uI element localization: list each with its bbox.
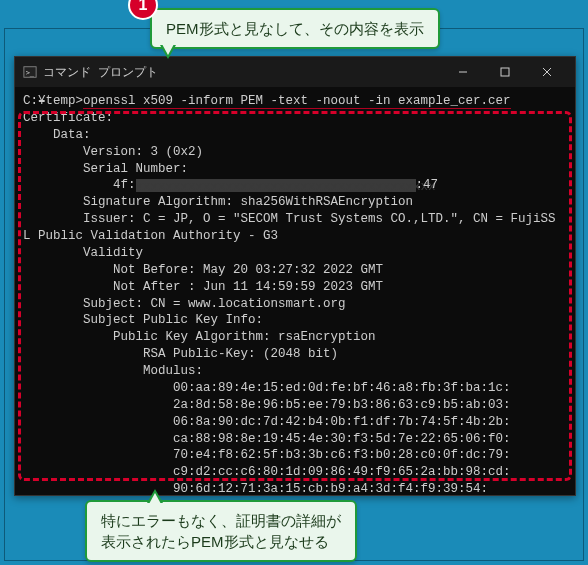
minimize-button[interactable] (443, 58, 483, 86)
callout-top-text: PEM形式と見なして、その内容を表示 (166, 20, 424, 37)
command-text: openssl x509 -inform PEM -text -noout -i… (83, 94, 511, 109)
output-line: Public Key Algorithm: rsaEncryption (23, 330, 376, 344)
close-button[interactable] (527, 58, 567, 86)
output-line: c9:d2:cc:c6:80:1d:09:86:49:f9:65:2a:bb:9… (23, 465, 511, 479)
callout-bottom-line2: 表示されたらPEM形式と見なせる (101, 531, 341, 552)
output-line: Validity (23, 246, 143, 260)
output-line: 06:8a:90:dc:7d:42:b4:0b:f1:df:7b:74:5f:4… (23, 415, 511, 429)
svg-text:>_: >_ (26, 69, 35, 77)
titlebar: >_ コマンド プロンプト (15, 57, 575, 87)
window-controls (443, 58, 567, 86)
output-line: Certificate: (23, 111, 113, 125)
window-title: コマンド プロンプト (43, 64, 158, 81)
redacted-serial: xxxxxxxxxxxxxxxxxxxxxxxxxxxxxxxxxxxxxxxx (136, 179, 416, 192)
output-line: Modulus: (23, 364, 203, 378)
output-line: 70:e4:f8:62:5f:b3:3b:c6:f3:b0:28:c0:0f:d… (23, 448, 511, 462)
prompt-text: C:¥temp> (23, 94, 83, 108)
callout-top: 1 PEM形式と見なして、その内容を表示 (150, 8, 440, 49)
output-line: Issuer: C = JP, O = "SECOM Trust Systems… (23, 212, 556, 226)
output-line: Version: 3 (0x2) (23, 145, 203, 159)
svg-rect-3 (501, 68, 509, 76)
output-line: :47 (416, 178, 439, 192)
output-line: 90:6d:12:71:3a:15:cb:b9:a4:3d:f4:f9:39:5… (23, 482, 488, 496)
output-line: 4f: (23, 178, 136, 192)
terminal-body[interactable]: C:¥temp>openssl x509 -inform PEM -text -… (15, 87, 575, 504)
output-line: L Public Validation Authority - G3 (23, 229, 278, 243)
maximize-button[interactable] (485, 58, 525, 86)
output-line: Not Before: May 20 03:27:32 2022 GMT (23, 263, 383, 277)
command-prompt-window: >_ コマンド プロンプト C:¥temp>openssl x509 -info… (14, 56, 576, 496)
callout-bottom-line1: 特にエラーもなく、証明書の詳細が (101, 510, 341, 531)
output-line: RSA Public-Key: (2048 bit) (23, 347, 338, 361)
output-line: Data: (23, 128, 91, 142)
output-line: ca:88:98:8e:19:45:4e:30:f3:5d:7e:22:65:0… (23, 432, 511, 446)
output-line: Serial Number: (23, 162, 188, 176)
output-line: 00:aa:89:4e:15:ed:0d:fe:bf:46:a8:fb:3f:b… (23, 381, 511, 395)
output-line: Subject Public Key Info: (23, 313, 263, 327)
output-line: Signature Algorithm: sha256WithRSAEncryp… (23, 195, 413, 209)
callout-bottom: 特にエラーもなく、証明書の詳細が 表示されたらPEM形式と見なせる (85, 500, 357, 562)
callout-badge: 1 (128, 0, 158, 20)
output-line: 2a:8d:58:8e:96:b5:ee:79:b3:86:63:c9:b5:a… (23, 398, 511, 412)
cmd-icon: >_ (23, 65, 37, 79)
output-line: Subject: CN = www.locationsmart.org (23, 297, 346, 311)
output-line: Not After : Jun 11 14:59:59 2023 GMT (23, 280, 383, 294)
